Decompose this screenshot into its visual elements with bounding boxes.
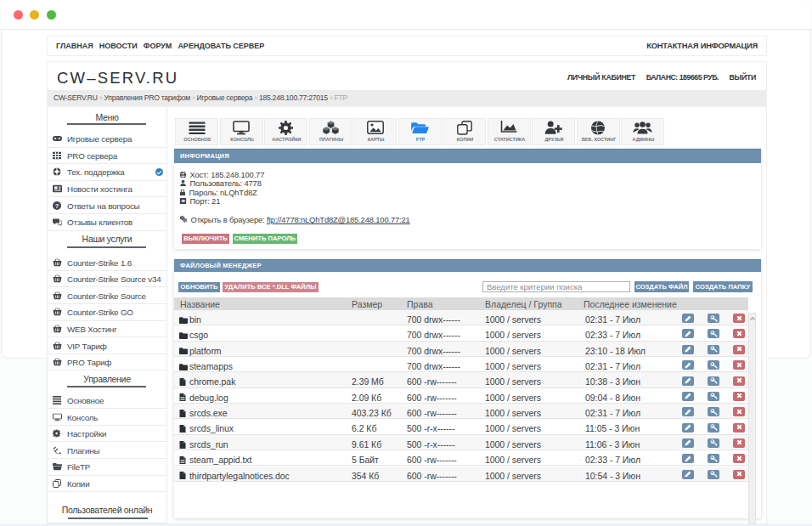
svg-text:?: ? [55, 201, 59, 209]
